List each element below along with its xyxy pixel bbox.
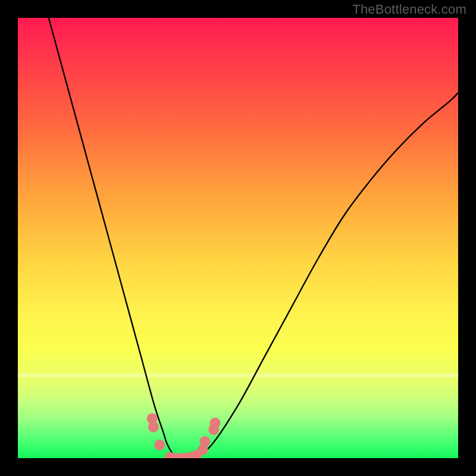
outer-frame: TheBottleneck.com	[0, 0, 476, 476]
plot-area	[18, 18, 458, 458]
bottleneck-curve	[49, 18, 458, 458]
data-marker	[210, 418, 221, 428]
data-marker	[200, 436, 211, 447]
data-marker	[148, 422, 159, 433]
chart-svg	[18, 18, 458, 458]
data-marker	[154, 440, 165, 450]
marker-group	[147, 413, 221, 458]
watermark-text: TheBottleneck.com	[352, 2, 466, 17]
